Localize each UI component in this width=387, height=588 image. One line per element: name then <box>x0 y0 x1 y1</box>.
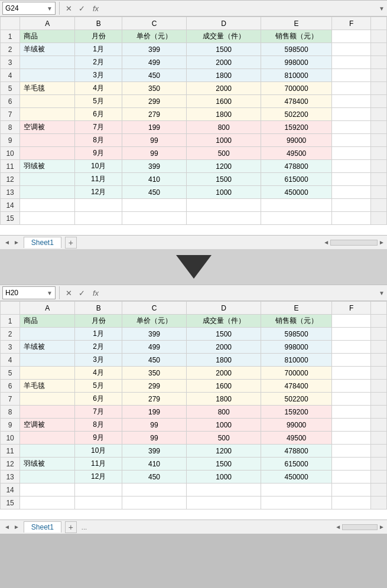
cell-f[interactable] <box>331 147 370 160</box>
cell-f[interactable] <box>331 393 370 406</box>
cell-d[interactable] <box>187 484 261 496</box>
cell-f[interactable] <box>331 354 370 367</box>
cell-e[interactable]: 159200 <box>261 406 332 419</box>
cell-f[interactable] <box>331 173 370 186</box>
cell-e[interactable] <box>261 199 332 212</box>
cell-a[interactable]: 羊毛毯 <box>20 380 75 393</box>
table-row[interactable]: 109月9950049500 <box>1 147 387 160</box>
cell-f[interactable] <box>331 160 370 173</box>
cell-c[interactable]: 410 <box>122 173 187 186</box>
cell-f[interactable] <box>331 432 370 445</box>
table-row[interactable]: 15 <box>1 496 387 509</box>
cell-b[interactable]: 3月 <box>75 69 122 82</box>
cell-c[interactable] <box>122 199 187 212</box>
cell-f[interactable] <box>331 199 370 212</box>
cell-f[interactable] <box>331 496 370 509</box>
cell-d[interactable]: 1800 <box>187 108 261 121</box>
cell-a[interactable] <box>20 393 75 406</box>
cell-e[interactable]: 450000 <box>261 186 332 199</box>
table-row[interactable]: 14 <box>1 199 387 212</box>
confirm-icon-bottom[interactable]: ✓ <box>76 289 87 298</box>
cell-a[interactable]: 空调被 <box>20 121 75 134</box>
cell-b[interactable]: 1月 <box>75 43 122 56</box>
cancel-icon[interactable]: ✕ <box>63 4 74 13</box>
table-row[interactable]: 76月2791800502200 <box>1 393 387 406</box>
cell-c[interactable]: 279 <box>122 108 187 121</box>
cell-d[interactable]: 2000 <box>187 56 261 69</box>
table-row[interactable]: 32月4992000998000 <box>1 56 387 69</box>
cell-b[interactable]: 1月 <box>75 328 122 341</box>
sheet-tab-bottom[interactable]: Sheet1 <box>24 521 61 533</box>
cell-a[interactable] <box>20 199 75 212</box>
cell-e[interactable] <box>261 212 332 225</box>
cell-e[interactable]: 700000 <box>261 367 332 380</box>
formula-input-top[interactable] <box>102 2 379 15</box>
cell-b[interactable]: 11月 <box>75 458 122 471</box>
cell-e[interactable]: 478800 <box>261 160 332 173</box>
cell-b[interactable]: 4月 <box>75 82 122 95</box>
cell-b[interactable]: 8月 <box>75 419 122 432</box>
table-row[interactable]: 14 <box>1 484 387 496</box>
cell-ref-top[interactable]: G24 ▼ <box>2 2 56 15</box>
cell-a[interactable] <box>20 471 75 484</box>
cell-f[interactable] <box>331 367 370 380</box>
tab-nav-left-top[interactable]: ◄ <box>2 239 12 246</box>
cell-b[interactable]: 9月 <box>75 432 122 445</box>
cell-d[interactable]: 1800 <box>187 354 261 367</box>
confirm-icon[interactable]: ✓ <box>76 4 87 13</box>
cell-a[interactable] <box>20 212 75 225</box>
cell-a[interactable] <box>20 445 75 458</box>
table-row[interactable]: 87月199800159200 <box>1 406 387 419</box>
cell-b[interactable]: 2月 <box>75 341 122 354</box>
cell-d[interactable]: 1200 <box>187 160 261 173</box>
table-row[interactable]: 76月2791800502200 <box>1 108 387 121</box>
cell-e[interactable]: 598500 <box>261 43 332 56</box>
cell-f[interactable] <box>331 212 370 225</box>
cell-f[interactable] <box>331 95 370 108</box>
cell-e[interactable]: 159200 <box>261 121 332 134</box>
h-scroll-track-bottom[interactable] <box>342 524 378 530</box>
cell-d[interactable]: 1600 <box>187 380 261 393</box>
cell-c[interactable]: 450 <box>122 354 187 367</box>
table-row[interactable]: 3羊绒被2月4992000998000 <box>1 341 387 354</box>
tab-nav-right-top[interactable]: ► <box>12 239 21 246</box>
cell-c[interactable]: 399 <box>122 328 187 341</box>
cell-d[interactable]: 1200 <box>187 445 261 458</box>
col-header-f-bottom[interactable]: F <box>331 302 370 315</box>
cell-d[interactable]: 2000 <box>187 367 261 380</box>
table-row[interactable]: 54月3502000700000 <box>1 367 387 380</box>
cell-a[interactable] <box>20 186 75 199</box>
cell-a[interactable] <box>20 367 75 380</box>
cell-c[interactable]: 399 <box>122 43 187 56</box>
cell-e[interactable]: 99000 <box>261 134 332 147</box>
cell-b[interactable]: 8月 <box>75 134 122 147</box>
cell-e[interactable]: 810000 <box>261 69 332 82</box>
cell-b[interactable]: 12月 <box>75 471 122 484</box>
cell-e[interactable]: 998000 <box>261 56 332 69</box>
col-header-c-bottom[interactable]: C <box>122 302 187 315</box>
cell-c[interactable] <box>122 212 187 225</box>
table-row[interactable]: 1211月4101500615000 <box>1 173 387 186</box>
cell-b[interactable]: 10月 <box>75 160 122 173</box>
cell-e[interactable]: 810000 <box>261 354 332 367</box>
cell-d[interactable]: 500 <box>187 432 261 445</box>
col-header-a-bottom[interactable]: A <box>20 302 75 315</box>
col-header-d-top[interactable]: D <box>187 17 261 30</box>
cell-d[interactable]: 成交量（件） <box>187 315 261 328</box>
cell-d[interactable]: 2000 <box>187 341 261 354</box>
cell-e[interactable]: 478400 <box>261 380 332 393</box>
cell-f[interactable] <box>331 69 370 82</box>
cell-c[interactable]: 199 <box>122 406 187 419</box>
scroll-right-icon-bottom[interactable]: ► <box>379 524 385 530</box>
cell-c[interactable]: 单价（元） <box>122 30 187 43</box>
cell-b[interactable]: 11月 <box>75 173 122 186</box>
cell-b[interactable]: 月份 <box>75 315 122 328</box>
cell-a[interactable] <box>20 432 75 445</box>
cell-b[interactable]: 7月 <box>75 406 122 419</box>
col-header-b-top[interactable]: B <box>75 17 122 30</box>
cell-c[interactable]: 410 <box>122 458 187 471</box>
cell-d[interactable] <box>187 212 261 225</box>
cell-b[interactable] <box>75 484 122 496</box>
col-header-d-bottom[interactable]: D <box>187 302 261 315</box>
cell-f[interactable] <box>331 134 370 147</box>
